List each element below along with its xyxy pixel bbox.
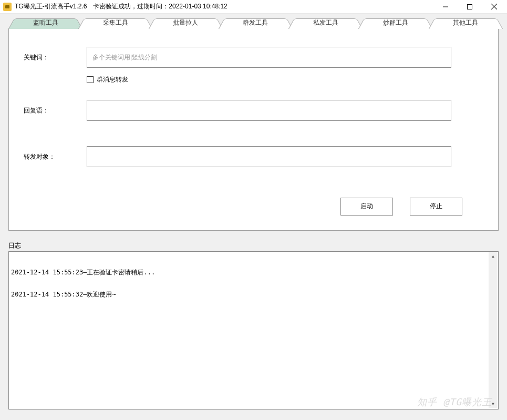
- tab-strip: 监听工具 采集工具 批量拉人 群发工具 私发工具 炒群工具: [8, 15, 499, 29]
- content-area: 监听工具 采集工具 批量拉人 群发工具 私发工具 炒群工具: [0, 14, 507, 420]
- log-title: 日志: [8, 241, 499, 250]
- target-input[interactable]: [87, 146, 451, 167]
- tab-label: 采集工具: [78, 15, 152, 29]
- close-button[interactable]: [482, 0, 506, 13]
- tab-label: 群发工具: [219, 15, 293, 29]
- tab-other[interactable]: 其他工具: [429, 15, 503, 29]
- start-button[interactable]: 启动: [340, 198, 393, 216]
- tab-label: 监听工具: [8, 15, 82, 29]
- target-row: 转发对象：: [24, 146, 483, 167]
- scroll-up-icon[interactable]: ▲: [489, 252, 498, 261]
- forward-checkbox[interactable]: [87, 76, 94, 83]
- tab-collect[interactable]: 采集工具: [78, 15, 152, 29]
- forward-checkbox-label: 群消息转发: [97, 75, 128, 84]
- log-section: 日志 2021-12-14 15:55:23—正在验证卡密请稍后... 2021…: [8, 241, 499, 410]
- window-title: TG曝光王-引流高手v1.2.6 卡密验证成功，过期时间：2022-01-03 …: [15, 2, 433, 11]
- forward-checkbox-row: 群消息转发: [87, 75, 483, 84]
- log-scrollbar[interactable]: ▲ ▼: [489, 252, 498, 409]
- log-line: 2021-12-14 15:55:32—欢迎使用~: [11, 291, 488, 298]
- stop-button[interactable]: 停止: [410, 198, 462, 216]
- action-buttons: 启动 停止: [24, 198, 483, 216]
- log-textarea[interactable]: 2021-12-14 15:55:23—正在验证卡密请稍后... 2021-12…: [8, 251, 499, 410]
- keyword-label: 关键词：: [24, 53, 87, 62]
- tab-mass-send[interactable]: 群发工具: [219, 15, 293, 29]
- close-icon: [491, 4, 497, 9]
- window-controls: [433, 0, 506, 13]
- minimize-icon: [443, 4, 448, 9]
- log-line: 2021-12-14 15:55:23—正在验证卡密请稍后...: [11, 269, 488, 276]
- maximize-button[interactable]: [458, 0, 482, 13]
- maximize-icon: [467, 4, 472, 9]
- tab-label: 批量拉人: [149, 15, 223, 29]
- main-panel: 关键词： 群消息转发 回复语： 转发对象： 启动 停止: [8, 28, 499, 231]
- keyword-input[interactable]: [87, 47, 451, 68]
- reply-input[interactable]: [87, 100, 451, 121]
- tab-private-send[interactable]: 私发工具: [288, 15, 363, 29]
- svg-rect-1: [468, 4, 472, 9]
- tab-label: 炒群工具: [358, 15, 432, 29]
- tab-hype-group[interactable]: 炒群工具: [358, 15, 432, 29]
- reply-label: 回复语：: [24, 106, 87, 115]
- app-window: TG曝光王-引流高手v1.2.6 卡密验证成功，过期时间：2022-01-03 …: [0, 0, 507, 420]
- target-label: 转发对象：: [24, 152, 87, 161]
- minimize-button[interactable]: [433, 0, 458, 13]
- titlebar: TG曝光王-引流高手v1.2.6 卡密验证成功，过期时间：2022-01-03 …: [0, 0, 507, 14]
- app-icon: [3, 3, 12, 11]
- tab-batch-invite[interactable]: 批量拉人: [149, 15, 223, 29]
- watermark-text: 知乎 @TG曝光王: [417, 398, 492, 406]
- tab-label: 私发工具: [288, 15, 363, 29]
- scroll-down-icon[interactable]: ▼: [489, 399, 498, 408]
- keyword-row: 关键词：: [24, 47, 483, 68]
- tab-monitor[interactable]: 监听工具: [8, 15, 82, 29]
- reply-row: 回复语：: [24, 100, 483, 121]
- tab-label: 其他工具: [429, 15, 503, 29]
